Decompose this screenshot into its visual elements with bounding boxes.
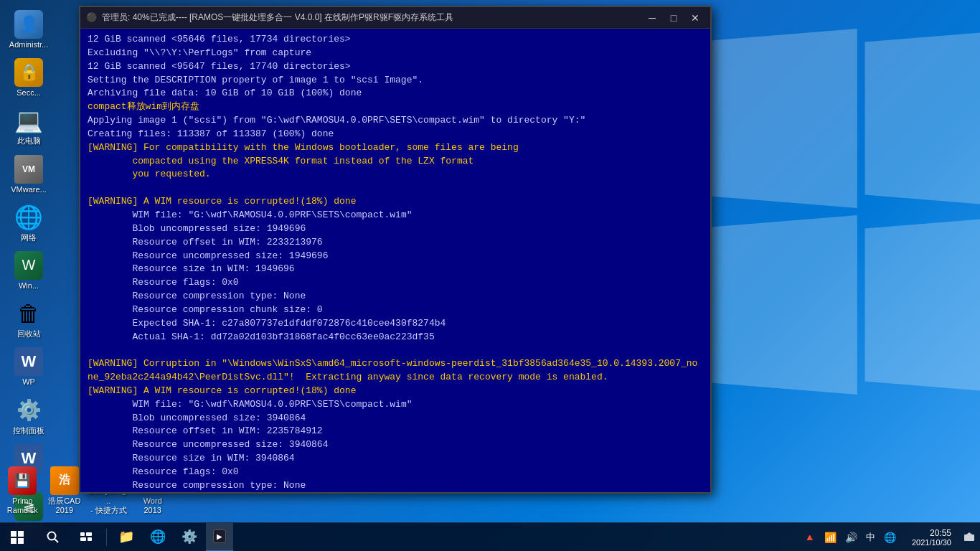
desktop-icon-mypc[interactable]: 💻 此电脑	[1, 103, 56, 149]
desktop-icon-windows[interactable]: W Win...	[1, 248, 56, 293]
desktop-icon-vmware[interactable]: VM VMware...	[1, 152, 56, 197]
terminal-line: Creating files: 113387 of 113387 (100%) …	[88, 128, 703, 141]
svg-rect-1	[18, 531, 24, 537]
globe-tray-icon[interactable]: 🌐	[881, 530, 899, 545]
terminal-line: Resource uncompressed size: 3940864	[88, 438, 703, 452]
desktop-icon-recycle[interactable]: 🗑 回收站	[1, 296, 56, 342]
taskbar-edge-button[interactable]: 🌐	[143, 523, 173, 552]
svg-rect-10	[964, 534, 974, 541]
terminal-line: Resource offset in WIM: 2235784912	[88, 425, 703, 438]
terminal-line-warning: [WARNING] A WIM resource is corrupted!(1…	[88, 195, 703, 209]
taskbar-search-button[interactable]	[37, 523, 69, 552]
clock-date: 2021/10/30	[912, 538, 951, 547]
desktop-icon-wp2[interactable]: W WP	[1, 344, 56, 390]
svg-line-5	[55, 539, 58, 542]
clock[interactable]: 20:55 2021/10/30	[905, 523, 958, 551]
desktop-icon-cad[interactable]: 浩 浩辰CAD2019	[45, 463, 85, 518]
taskview-icon	[80, 531, 93, 544]
system-tray: 🔺 📶 🔊 中 🌐	[795, 523, 905, 551]
desktop-icon-network[interactable]: 🌐 网络	[1, 200, 56, 245]
desktop-icon-recycle-label: 回收站	[17, 329, 41, 339]
terminal-line: Setting the DESCRIPTION property of imag…	[88, 74, 703, 88]
terminal-line: Resource compression chunk size: 0	[88, 303, 703, 317]
clock-time: 20:55	[930, 528, 951, 538]
terminal-line: Applying image 1 ("scsi") from "G:\wdf\R…	[88, 114, 703, 128]
desktop-icon-control[interactable]: ⚙️ 控制面板	[1, 393, 56, 438]
taskbar-separator	[106, 529, 107, 546]
terminal-line: Archiving file data: 10 GiB of 10 GiB (1…	[88, 87, 703, 100]
terminal-line: 12 GiB scanned <95647 files, 17740 direc…	[88, 60, 703, 74]
terminal-line-warning: [WARNING] For compatibility with the Win…	[88, 141, 703, 155]
close-button[interactable]: ✕	[686, 11, 705, 25]
desktop-icon-cad-label: 浩辰CAD2019	[48, 496, 80, 515]
terminal-taskbar-icon: ▶	[213, 529, 226, 543]
terminal-line: Resource compression type: None	[88, 479, 703, 492]
desktop-icon-network-label: 网络	[21, 233, 37, 242]
terminal-line: Blob uncompressed size: 3940864	[88, 412, 703, 425]
network-tray-icon[interactable]: 📶	[821, 530, 839, 545]
terminal-window[interactable]: ⚫ 管理员: 40%已完成---- [RAMOS一键批处理多合一 V4.0.0]…	[79, 6, 712, 494]
minimize-button[interactable]: ─	[643, 11, 661, 25]
terminal-line: Resource flags: 0x0	[88, 466, 703, 479]
terminal-line-warning: you requested.	[88, 168, 703, 182]
desktop-icon-admin-label: Administr...	[9, 40, 48, 50]
desktop-icon-primo-label: PrimoRamdisk	[7, 496, 38, 515]
start-button[interactable]	[0, 523, 34, 552]
svg-point-4	[48, 532, 56, 540]
terminal-line: 12 GiB scanned <95646 files, 17734 direc…	[88, 33, 703, 47]
terminal-line: Excluding "\\?\Y:\PerfLogs" from capture	[88, 47, 703, 60]
taskbar-right: 🔺 📶 🔊 中 🌐 20:55 2021/10/30	[795, 523, 980, 551]
terminal-app-icon: ⚫	[86, 12, 98, 24]
desktop-icon-primo[interactable]: 💾 PrimoRamdisk	[3, 463, 42, 518]
notification-icon	[964, 532, 974, 542]
desktop-icons: 👤 Administr... 🔒 Secc... 💻 此电脑 VM VMware…	[0, 0, 57, 522]
desktop-icon-security[interactable]: 🔒 Secc...	[1, 55, 56, 100]
ime-tray-icon[interactable]: 中	[863, 529, 878, 545]
terminal-line: WIM file: "G:\wdf\RAMOSU4.0.0PRF\SETS\co…	[88, 398, 703, 412]
terminal-line: Actual SHA-1: dd72a02d103bf31868fac4f0cc…	[88, 331, 703, 344]
titlebar-controls: ─ □ ✕	[643, 11, 705, 25]
svg-rect-7	[86, 532, 92, 536]
terminal-line: Resource size in WIM: 1949696	[88, 263, 703, 276]
terminal-line: Resource compression type: None	[88, 290, 703, 303]
terminal-line-warning: compacted using the XPRESS4K format inst…	[88, 155, 703, 169]
terminal-body: 12 GiB scanned <95646 files, 17734 direc…	[80, 29, 710, 492]
terminal-line: Resource flags: 0x0	[88, 276, 703, 290]
settings-icon: ⚙️	[182, 529, 197, 545]
desktop-icon-wp2-label: WP	[22, 377, 35, 387]
taskbar: 📁 🌐 ⚙️ ▶ 🔺 📶 🔊 中 🌐 20:55 202	[0, 522, 980, 551]
svg-rect-3	[18, 538, 24, 544]
desktop-icon-admin[interactable]: 👤 Administr...	[1, 7, 56, 52]
notification-button[interactable]	[958, 523, 980, 552]
svg-marker-11	[966, 532, 972, 534]
svg-rect-9	[88, 537, 92, 541]
desktop: 👤 Administr... 🔒 Secc... 💻 此电脑 VM VMware…	[0, 0, 980, 551]
taskbar-taskview-button[interactable]	[70, 523, 102, 552]
volume-tray-icon[interactable]: 🔊	[842, 530, 860, 545]
titlebar-left: ⚫ 管理员: 40%已完成---- [RAMOS一键批处理多合一 V4.0.0]…	[86, 11, 453, 24]
maximize-button[interactable]: □	[664, 11, 683, 25]
svg-rect-0	[11, 531, 17, 537]
terminal-line: Resource offset in WIM: 2233213976	[88, 236, 703, 250]
terminal-line: Blob uncompressed size: 1949696	[88, 222, 703, 236]
svg-rect-8	[80, 537, 86, 541]
terminal-line-highlight: compact释放wim到内存盘	[88, 100, 703, 114]
desktop-icon-vmware-label: VMware...	[11, 185, 47, 194]
desktop-icon-control-label: 控制面板	[13, 426, 44, 435]
desktop-icon-windows-label: Win...	[19, 281, 39, 291]
taskbar-terminal-button[interactable]: ▶	[206, 523, 233, 552]
desktop-icon-mypc-label: 此电脑	[17, 136, 41, 146]
terminal-titlebar: ⚫ 管理员: 40%已完成---- [RAMOS一键批处理多合一 V4.0.0]…	[80, 7, 710, 29]
taskbar-settings-button[interactable]: ⚙️	[174, 523, 204, 552]
search-icon	[47, 531, 60, 544]
tray-arrow-icon[interactable]: 🔺	[801, 530, 819, 545]
taskbar-pinned-apps: 📁 🌐 ⚙️ ▶	[37, 523, 233, 551]
edge-icon: 🌐	[150, 529, 166, 545]
svg-rect-2	[11, 538, 17, 544]
desktop-icon-word-label: Word 2013	[134, 496, 171, 515]
terminal-line-warning: [WARNING] Corruption in "\Windows\WinSxS…	[88, 357, 703, 385]
taskbar-explorer-button[interactable]: 📁	[111, 523, 141, 552]
explorer-icon: 📁	[118, 529, 134, 545]
terminal-title: 管理员: 40%已完成---- [RAMOS一键批处理多合一 V4.0.0] 在…	[102, 11, 453, 24]
terminal-line	[88, 182, 703, 195]
